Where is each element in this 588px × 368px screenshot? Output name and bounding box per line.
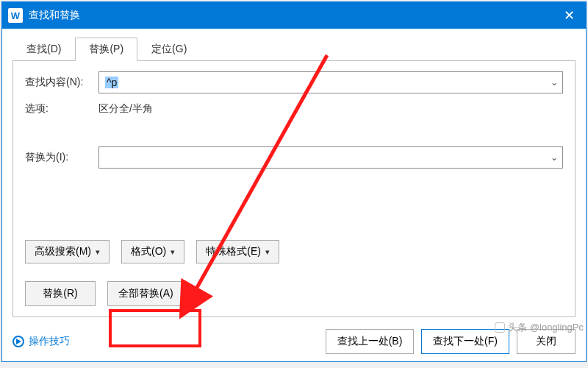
caret-down-icon: ▾ — [96, 247, 100, 257]
replace-button[interactable]: 替换(R) — [25, 281, 96, 306]
tips-label: 操作技巧 — [29, 335, 70, 348]
find-what-label: 查找内容(N): — [25, 76, 91, 89]
option-buttons-row: 高级搜索(M) ▾ 格式(O) ▾ 特殊格式(E) ▾ — [25, 240, 563, 263]
find-row: 查找内容(N): ^p ⌄ — [25, 71, 563, 93]
special-format-label: 特殊格式(E) — [206, 245, 261, 258]
tab-find[interactable]: 查找(D) — [12, 38, 75, 61]
chevron-down-icon[interactable]: ⌄ — [551, 152, 558, 163]
replace-row: 替换为(I): ⌄ — [25, 146, 563, 169]
watermark: 头条 @longlingPc — [495, 321, 584, 334]
replace-with-label: 替换为(I): — [25, 151, 91, 164]
titlebar: W 查找和替换 ✕ — [2, 2, 586, 29]
options-row: 选项: 区分全/半角 — [25, 102, 563, 116]
find-what-value: ^p — [105, 77, 118, 88]
format-label: 格式(O) — [131, 245, 166, 258]
find-prev-button[interactable]: 查找上一处(B) — [326, 329, 414, 354]
action-buttons-row: 替换(R) 全部替换(A) — [25, 281, 563, 306]
app-icon: W — [8, 8, 23, 23]
replace-panel: 查找内容(N): ^p ⌄ 选项: 区分全/半角 替换为(I): ⌄ — [12, 60, 576, 317]
replace-with-input[interactable]: ⌄ — [98, 146, 563, 169]
watermark-icon — [495, 322, 505, 333]
watermark-text: 头条 @longlingPc — [508, 321, 584, 334]
play-circle-icon — [12, 336, 24, 347]
window-title: 查找和替换 — [29, 9, 552, 22]
caret-down-icon: ▾ — [265, 247, 270, 257]
advanced-search-label: 高级搜索(M) — [35, 245, 91, 258]
tab-goto[interactable]: 定位(G) — [137, 38, 201, 61]
tabstrip: 查找(D) 替换(P) 定位(G) — [12, 38, 576, 61]
find-replace-dialog: W 查找和替换 ✕ 查找(D) 替换(P) 定位(G) 查找内容(N): ^p … — [1, 1, 587, 362]
find-what-input[interactable]: ^p ⌄ — [98, 71, 563, 93]
replace-all-button[interactable]: 全部替换(A) — [107, 281, 184, 306]
tips-link[interactable]: 操作技巧 — [12, 335, 70, 348]
chevron-down-icon[interactable]: ⌄ — [551, 77, 558, 88]
options-label: 选项: — [25, 102, 91, 116]
special-format-button[interactable]: 特殊格式(E) ▾ — [196, 240, 279, 263]
options-value: 区分全/半角 — [98, 102, 153, 116]
dialog-body: 查找(D) 替换(P) 定位(G) 查找内容(N): ^p ⌄ 选项: 区分全/… — [2, 29, 586, 323]
format-button[interactable]: 格式(O) ▾ — [121, 240, 184, 263]
tab-replace[interactable]: 替换(P) — [75, 38, 137, 61]
close-icon[interactable]: ✕ — [552, 2, 586, 29]
caret-down-icon: ▾ — [171, 247, 175, 257]
advanced-search-button[interactable]: 高级搜索(M) ▾ — [25, 240, 110, 263]
